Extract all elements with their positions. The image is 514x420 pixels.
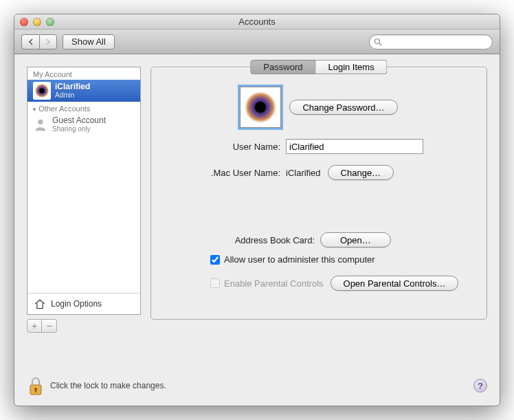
open-parental-controls-button[interactable]: Open Parental Controls… [331, 276, 459, 291]
tab-bar: Password Login Items [250, 60, 387, 74]
svg-point-0 [375, 38, 380, 43]
search-icon [374, 38, 382, 46]
guest-silhouette-icon [33, 117, 48, 132]
change-mac-name-button[interactable]: Change… [328, 165, 394, 180]
svg-line-1 [379, 43, 381, 45]
user-picture[interactable] [240, 87, 281, 128]
titlebar: Accounts [14, 14, 500, 30]
search-input[interactable] [385, 37, 488, 47]
tab-login-items[interactable]: Login Items [315, 60, 387, 74]
remove-account-button[interactable]: − [42, 319, 57, 333]
add-account-button[interactable]: + [27, 319, 42, 333]
close-button[interactable] [20, 18, 28, 26]
mac-user-name-value: iClarified [286, 168, 321, 178]
address-book-label: Address Book Card: [162, 235, 320, 245]
nav-segment [21, 34, 57, 49]
accounts-list: My Account iClarified Admin Other Accoun… [27, 67, 141, 294]
guest-role: Sharing only [52, 125, 106, 133]
lock-icon[interactable] [27, 375, 45, 396]
toolbar: Show All [14, 30, 500, 54]
sidebar: My Account iClarified Admin Other Accoun… [27, 67, 141, 333]
account-row-iclarified[interactable]: iClarified Admin [27, 80, 140, 102]
login-options-label: Login Options [51, 299, 102, 309]
tab-password[interactable]: Password [250, 60, 315, 74]
other-accounts-header[interactable]: Other Accounts [27, 102, 140, 114]
home-icon [33, 297, 47, 311]
back-button[interactable] [21, 34, 39, 49]
change-password-button[interactable]: Change Password… [289, 100, 397, 115]
account-name: iClarified [55, 82, 90, 91]
content: My Account iClarified Admin Other Accoun… [14, 54, 500, 333]
guest-name: Guest Account [52, 116, 106, 125]
account-role: Admin [55, 91, 90, 99]
mac-user-name-row: .Mac User Name: iClarified Change… [162, 165, 476, 180]
main-panel: Password Login Items Change Password… Us… [150, 67, 487, 320]
parental-controls-row: Enable Parental Controls Open Parental C… [210, 276, 476, 291]
allow-admin-row: Allow user to administer this computer [210, 254, 476, 265]
my-account-header: My Account [27, 67, 140, 80]
allow-admin-checkbox[interactable] [210, 255, 220, 265]
help-button[interactable]: ? [473, 379, 487, 393]
open-address-book-button[interactable]: Open… [320, 232, 391, 247]
svg-point-5 [38, 120, 43, 124]
svg-point-8 [255, 102, 266, 113]
window-title: Accounts [14, 16, 500, 27]
svg-rect-11 [35, 390, 36, 393]
search-field[interactable] [369, 34, 493, 49]
address-book-row: Address Book Card: Open… [162, 232, 476, 247]
allow-admin-label: Allow user to administer this computer [224, 254, 375, 265]
minimize-button[interactable] [33, 18, 41, 26]
enable-parental-label: Enable Parental Controls [224, 278, 324, 289]
footer: Click the lock to make changes. ? [27, 375, 487, 396]
add-remove-segment: + − [27, 319, 141, 333]
account-avatar [33, 82, 51, 100]
login-options-button[interactable]: Login Options [27, 293, 141, 315]
zoom-button[interactable] [46, 18, 54, 26]
mac-user-name-label: .Mac User Name: [162, 168, 286, 178]
show-all-button[interactable]: Show All [63, 34, 115, 49]
lock-text: Click the lock to make changes. [50, 381, 166, 390]
svg-point-4 [39, 88, 44, 93]
account-row-guest[interactable]: Guest Account Sharing only [27, 114, 140, 135]
forward-button[interactable] [39, 34, 57, 49]
avatar-row: Change Password… [162, 87, 476, 128]
traffic-lights [20, 18, 54, 26]
user-name-input[interactable] [286, 139, 423, 154]
enable-parental-checkbox[interactable] [210, 278, 220, 288]
accounts-window: Accounts Show All My Account [14, 14, 500, 406]
user-name-row: User Name: [162, 139, 476, 154]
user-name-label: User Name: [162, 142, 286, 152]
